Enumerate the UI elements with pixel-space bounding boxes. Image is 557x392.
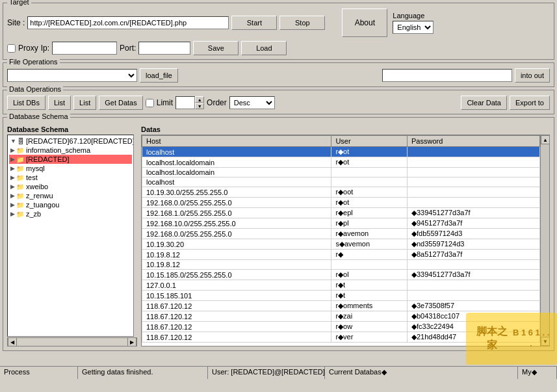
limit-checkbox[interactable]	[146, 99, 154, 107]
export-to-button[interactable]: Export to	[510, 96, 550, 110]
tree-item-label: information_schema	[26, 146, 90, 154]
cell-9-0: 10.19.30.20	[142, 239, 331, 250]
cell-4-1: r◆oot	[331, 187, 408, 198]
table-row[interactable]: 127.0.0.1r◆t	[142, 280, 540, 291]
file-dest-input[interactable]	[382, 69, 512, 82]
db-schema-left-label: Database Schema	[7, 125, 137, 133]
list-button-1[interactable]: List	[48, 96, 71, 110]
table-row[interactable]: 118.67.120.12r◆ow◆fc33c22494	[142, 322, 540, 332]
ip-input[interactable]	[52, 42, 117, 55]
table-row[interactable]: 10.15.185.101r◆t	[142, 291, 540, 301]
db-tree[interactable]: ▼ 🗄 [REDACTED]67.120[REDACTED] ▶ 📁 infor…	[7, 135, 134, 337]
cell-8-2: ◆fdb5597124d3	[407, 229, 539, 239]
folder-icon: 📁	[16, 211, 24, 218]
cell-13-1: r◆t	[331, 280, 408, 291]
table-row[interactable]: 118.67.120.12r◆omments◆3e73508f57	[142, 301, 540, 311]
into-out-button[interactable]: into out	[515, 68, 550, 83]
cell-14-1: r◆t	[331, 291, 408, 301]
tree-item-root[interactable]: ▼ 🗄 [REDACTED]67.120[REDACTED]	[9, 137, 132, 146]
cell-13-2	[407, 280, 539, 291]
table-row[interactable]: 10.19.30.0/255.255.255.0r◆oot	[142, 187, 540, 198]
tree-item-mysql[interactable]: ▶ 📁 mysql	[9, 164, 132, 173]
cell-6-2: ◆339451277d3a7f	[407, 208, 539, 218]
expand-icon: ▼	[10, 138, 16, 144]
proxy-checkbox[interactable]	[7, 44, 16, 53]
table-row[interactable]: 118.67.120.12r◆zai◆b04318cc107	[142, 311, 540, 322]
status-db-value: My◆	[518, 367, 557, 379]
load-file-button[interactable]: load_file	[140, 68, 178, 83]
language-select[interactable]: English	[393, 21, 434, 34]
load-button[interactable]: Load	[241, 41, 287, 55]
list-button-2[interactable]: List	[73, 96, 96, 110]
table-row[interactable]: localhost	[142, 177, 540, 187]
site-input[interactable]	[27, 16, 229, 29]
tree-item-z_tuangou[interactable]: ▶ 📁 z_tuangou	[9, 200, 132, 209]
tree-item-test[interactable]: ▶ 📁 test	[9, 173, 132, 182]
table-row[interactable]: 192.168.10.0/255.255.255.0r◆pl◆9451277d3…	[142, 218, 540, 229]
table-row[interactable]: 10.19.8.12	[142, 260, 540, 270]
table-row[interactable]: 118.67.120.12r◆ver◆21hd48dd47	[142, 332, 540, 343]
cell-0-0: localhost	[142, 147, 331, 157]
tree-item-label: [REDACTED]67.120[REDACTED]	[26, 137, 134, 145]
limit-input[interactable]: 1	[175, 96, 195, 109]
order-select[interactable]: Desc	[229, 96, 275, 109]
port-input[interactable]	[138, 42, 190, 55]
start-button[interactable]: Start	[231, 16, 277, 30]
table-row[interactable]: 192.168.0.0/255.255.255.0r◆avemon◆fdb559…	[142, 229, 540, 239]
cell-11-1	[331, 260, 408, 270]
table-row[interactable]: localhost.localdomain	[142, 168, 540, 177]
cell-3-1	[331, 177, 408, 187]
cell-17-0: 118.67.120.12	[142, 322, 331, 332]
cell-1-2	[407, 157, 539, 168]
expand-icon: ▶	[10, 183, 15, 190]
cell-17-2: ◆fc33c22494	[407, 322, 539, 332]
table-row[interactable]: localhostr◆ot	[142, 147, 540, 157]
cell-16-1: r◆zai	[331, 311, 408, 322]
cell-10-2: ◆8a51277d3a7f	[407, 250, 539, 260]
file-select[interactable]	[7, 69, 137, 82]
table-row[interactable]: 10.15.185.0/255.255.255.0r◆ol◆339451277d…	[142, 270, 540, 280]
vscroll-up[interactable]: ▲	[541, 135, 550, 144]
cell-5-0: 192.168.0.0/255.255.255.0	[142, 198, 331, 208]
vscroll-down[interactable]: ▼	[541, 337, 550, 346]
cell-7-2: ◆9451277d3a7f	[407, 218, 539, 229]
save-button[interactable]: Save	[193, 41, 239, 55]
tree-item-label: z_tuangou	[26, 201, 59, 209]
table-row[interactable]: 10.19.8.12r◆◆8a51277d3a7f	[142, 250, 540, 260]
tree-item-z_zb[interactable]: ▶ 📁 z_zb	[9, 209, 132, 218]
expand-icon: ▶	[10, 192, 15, 199]
status-user: User: [REDACTED]@[REDACTED]7120	[208, 367, 325, 379]
table-row[interactable]: 10.19.30.20s◆avemon◆nd35597124d3	[142, 239, 540, 250]
spinner-up[interactable]: ▲	[195, 96, 204, 103]
table-row[interactable]: localhost.localdomainr◆ot	[142, 157, 540, 168]
site-label: Site :	[7, 18, 25, 27]
stop-button[interactable]: Stop	[279, 16, 325, 30]
cell-13-0: 127.0.0.1	[142, 280, 331, 291]
cell-14-2	[407, 291, 539, 301]
cell-1-0: localhost.localdomain	[142, 157, 331, 168]
hscroll-right[interactable]: ▶	[127, 337, 136, 346]
tree-item-z_renwu[interactable]: ▶ 📁 z_renwu	[9, 191, 132, 200]
db-icon: 🗄	[18, 138, 24, 145]
table-row[interactable]: 192.168.0.0/255.255.255.0r◆ot	[142, 198, 540, 208]
cell-18-2: ◆21hd48dd47	[407, 332, 539, 343]
tree-item-xweibo[interactable]: ▶ 📁 xweibo	[9, 182, 132, 191]
tree-item-redacted1[interactable]: ▶ 📁 [REDACTED]	[9, 155, 132, 164]
table-row[interactable]: 192.168.1.0/255.255.255.0r◆epl◆339451277…	[142, 208, 540, 218]
spinner-down[interactable]: ▼	[195, 103, 204, 109]
hscroll-left[interactable]: ◀	[8, 337, 17, 346]
clear-data-button[interactable]: Clear Data	[461, 96, 507, 110]
cell-2-1	[331, 168, 408, 177]
tree-item-label: z_renwu	[26, 192, 53, 200]
get-datas-button[interactable]: Get Datas	[99, 96, 143, 110]
tree-item-info_schema[interactable]: ▶ 📁 information_schema	[9, 146, 132, 155]
expand-icon: ▶	[10, 165, 15, 172]
tree-item-label: test	[26, 174, 38, 181]
about-button[interactable]: About	[342, 8, 387, 37]
cell-5-1: r◆ot	[331, 198, 408, 208]
col-user: User	[331, 136, 408, 147]
folder-icon: 📁	[16, 202, 24, 209]
list-dbs-button[interactable]: List DBs	[7, 96, 45, 110]
data-table-wrap[interactable]: Host User Password localhostr◆otlocalhos…	[142, 135, 540, 346]
cell-16-0: 118.67.120.12	[142, 311, 331, 322]
